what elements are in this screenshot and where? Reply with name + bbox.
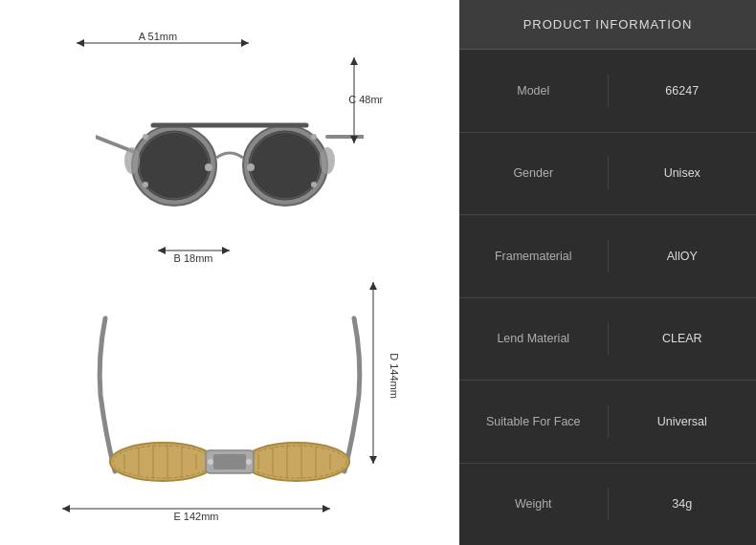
svg-marker-51 bbox=[322, 505, 330, 512]
glasses-rear-svg bbox=[86, 299, 373, 490]
svg-marker-2 bbox=[241, 39, 249, 47]
svg-point-21 bbox=[311, 134, 317, 140]
svg-marker-24 bbox=[158, 247, 166, 254]
product-info-title: PRODUCT INFORMATION bbox=[523, 17, 693, 32]
glasses-rear-view: D 144mm bbox=[29, 272, 431, 526]
svg-marker-1 bbox=[77, 39, 84, 47]
svg-point-48 bbox=[246, 459, 252, 465]
info-value: Universal bbox=[609, 405, 757, 438]
info-label: Model bbox=[459, 75, 609, 107]
dimension-b-label: B 18mm bbox=[174, 252, 213, 263]
info-row: GenderUnisex bbox=[459, 133, 756, 216]
info-value: 34g bbox=[609, 488, 757, 520]
svg-point-47 bbox=[208, 459, 213, 465]
dimension-c-svg: C 48mm bbox=[325, 48, 383, 163]
dimension-d-svg: D 144mm bbox=[354, 272, 402, 483]
product-info-panel: PRODUCT INFORMATION Model66247GenderUnis… bbox=[459, 0, 756, 545]
glasses-front-view: A 51mm C 48mm bbox=[29, 19, 431, 272]
svg-marker-4 bbox=[350, 57, 358, 65]
svg-point-19 bbox=[143, 134, 148, 140]
info-value: CLEAR bbox=[609, 322, 757, 355]
info-row: Lend MaterialCLEAR bbox=[459, 298, 756, 382]
svg-point-15 bbox=[205, 164, 212, 171]
info-label: Gender bbox=[459, 157, 609, 189]
svg-point-37 bbox=[244, 443, 349, 481]
svg-point-12 bbox=[251, 133, 320, 198]
svg-marker-25 bbox=[222, 247, 230, 254]
svg-marker-27 bbox=[369, 282, 377, 290]
main-container: A 51mm C 48mm bbox=[0, 0, 756, 545]
dimension-a-label: A 51mm bbox=[139, 31, 177, 42]
info-table: Model66247GenderUnisexFramematerialAllOY… bbox=[459, 50, 756, 545]
info-label: Suitable For Face bbox=[459, 405, 609, 438]
info-label: Framematerial bbox=[459, 240, 609, 272]
svg-line-6 bbox=[96, 137, 132, 151]
info-row: Weight34g bbox=[459, 464, 756, 546]
svg-point-20 bbox=[143, 182, 148, 187]
dimension-e-svg: E 142mm bbox=[57, 497, 354, 521]
glasses-front-svg bbox=[96, 98, 364, 223]
svg-point-17 bbox=[124, 147, 140, 174]
dimension-e-label: E 142mm bbox=[173, 511, 218, 521]
svg-rect-46 bbox=[213, 454, 246, 469]
info-row: Model66247 bbox=[459, 50, 756, 133]
product-diagram-panel: A 51mm C 48mm bbox=[0, 0, 459, 545]
dimension-a-svg: A 51mm bbox=[67, 29, 354, 57]
info-value: Unisex bbox=[609, 157, 757, 189]
info-label: Weight bbox=[459, 488, 609, 520]
svg-point-22 bbox=[311, 182, 317, 187]
info-label: Lend Material bbox=[459, 322, 609, 355]
svg-point-16 bbox=[247, 164, 255, 171]
svg-point-9 bbox=[140, 133, 209, 198]
svg-point-29 bbox=[110, 443, 215, 481]
dimension-c-label: C 48mm bbox=[348, 94, 383, 105]
dimension-d-label: D 144mm bbox=[389, 353, 400, 399]
dimension-b-svg: B 18mm bbox=[153, 239, 249, 263]
info-value: AllOY bbox=[609, 240, 757, 272]
product-info-header: PRODUCT INFORMATION bbox=[459, 0, 756, 50]
info-row: FramematerialAllOY bbox=[459, 215, 756, 298]
svg-marker-50 bbox=[62, 505, 70, 512]
info-row: Suitable For FaceUniversal bbox=[459, 381, 756, 464]
svg-marker-28 bbox=[369, 456, 377, 464]
svg-marker-5 bbox=[350, 136, 358, 143]
info-value: 66247 bbox=[609, 75, 757, 107]
